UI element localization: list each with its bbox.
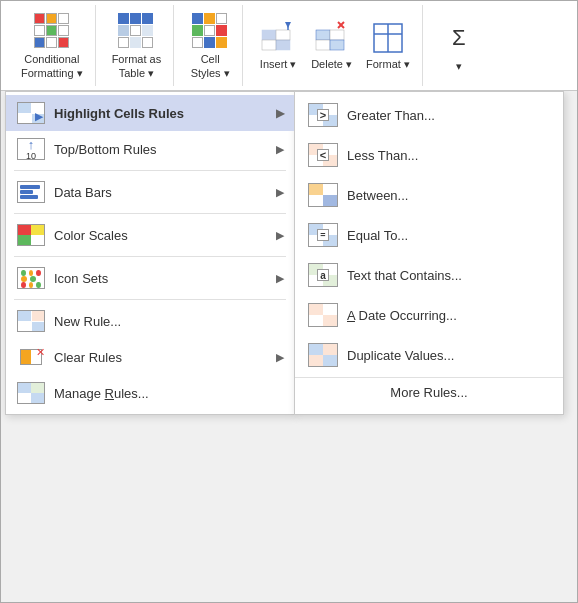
svg-rect-0 — [262, 30, 276, 40]
format-icon — [370, 20, 406, 56]
data-bars-arrow: ▶ — [276, 186, 284, 199]
svg-rect-3 — [276, 40, 290, 50]
greater-than-icon: > — [307, 102, 339, 128]
divider-3 — [14, 256, 286, 257]
format-label: Format ▾ — [366, 58, 410, 71]
color-scales-icon — [16, 223, 46, 247]
clear-rules-arrow: ▶ — [276, 351, 284, 364]
highlight-cells-arrow: ▶ — [276, 107, 284, 120]
sub-item-less-than[interactable]: < Less Than... — [295, 135, 563, 175]
cell-styles-button[interactable]: CellStyles ▾ — [184, 7, 236, 83]
insert-icon — [260, 20, 296, 56]
sub-item-equal-to[interactable]: = Equal To... — [295, 215, 563, 255]
menu-item-data-bars[interactable]: Data Bars ▶ — [6, 174, 294, 210]
sigma-label: ▾ — [456, 60, 462, 73]
icon-sets-label: Icon Sets — [54, 271, 268, 286]
equal-to-label: Equal To... — [347, 228, 408, 243]
menu-item-manage-rules[interactable]: Manage Rules... — [6, 375, 294, 411]
new-rule-icon — [16, 309, 46, 333]
color-scales-arrow: ▶ — [276, 229, 284, 242]
menu-item-clear-rules[interactable]: ✕ Clear Rules ▶ — [6, 339, 294, 375]
date-occurring-label: A Date Occurring... — [347, 308, 457, 323]
sub-item-text-contains[interactable]: a Text that Contains... — [295, 255, 563, 295]
top-bottom-rules-label: Top/Bottom Rules — [54, 142, 268, 157]
menu-item-new-rule[interactable]: New Rule... — [6, 303, 294, 339]
icon-sets-arrow: ▶ — [276, 272, 284, 285]
highlight-cells-rules-label: Highlight Cells Rules — [54, 106, 268, 121]
conditional-formatting-button[interactable]: ConditionalFormatting ▾ — [15, 7, 89, 83]
menu-item-top-bottom-rules[interactable]: ↑ 10 Top/Bottom Rules ▶ — [6, 131, 294, 167]
duplicate-values-label: Duplicate Values... — [347, 348, 454, 363]
top-bottom-arrow: ▶ — [276, 143, 284, 156]
manage-rules-label: Manage Rules... — [54, 386, 284, 401]
date-occurring-icon — [307, 302, 339, 328]
delete-icon — [314, 20, 350, 56]
greater-than-label: Greater Than... — [347, 108, 435, 123]
format-as-table-group: Format asTable ▾ — [100, 5, 175, 86]
more-rules-item[interactable]: More Rules... — [295, 377, 563, 407]
sigma-group: Σ ▾ — [427, 5, 491, 86]
right-menu: > Greater Than... < Less Than... — [294, 91, 564, 415]
top-bottom-icon: ↑ 10 — [16, 137, 46, 161]
menu-item-color-scales[interactable]: Color Scales ▶ — [6, 217, 294, 253]
more-rules-label: More Rules... — [390, 385, 467, 400]
insert-button[interactable]: Insert ▾ — [253, 16, 303, 75]
data-bars-icon — [16, 180, 46, 204]
menu-item-highlight-cells-rules[interactable]: ▶ Highlight Cells Rules ▶ — [6, 95, 294, 131]
sub-item-greater-than[interactable]: > Greater Than... — [295, 95, 563, 135]
divider-1 — [14, 170, 286, 171]
icon-sets-icon — [16, 266, 46, 290]
delete-button[interactable]: Delete ▾ — [305, 16, 358, 75]
svg-rect-9 — [330, 40, 344, 50]
sigma-button[interactable]: Σ ▾ — [433, 14, 485, 77]
cell-styles-group: CellStyles ▾ — [178, 5, 243, 86]
duplicate-values-icon — [307, 342, 339, 368]
between-icon — [307, 182, 339, 208]
ribbon-bar: ConditionalFormatting ▾ Format asTable ▾ — [1, 1, 577, 91]
left-menu: ▶ Highlight Cells Rules ▶ ↑ 10 Top/Botto… — [5, 91, 295, 415]
between-label: Between... — [347, 188, 408, 203]
svg-rect-7 — [316, 40, 330, 50]
sub-item-between[interactable]: Between... — [295, 175, 563, 215]
clear-rules-label: Clear Rules — [54, 350, 268, 365]
cell-styles-label: CellStyles ▾ — [191, 53, 230, 79]
manage-rules-icon — [16, 381, 46, 405]
color-scales-label: Color Scales — [54, 228, 268, 243]
svg-rect-1 — [262, 40, 276, 50]
cell-styles-icon — [190, 11, 230, 51]
new-rule-label: New Rule... — [54, 314, 284, 329]
insert-delete-format-group: Insert ▾ Delete ▾ — [247, 5, 423, 86]
less-than-icon: < — [307, 142, 339, 168]
format-button[interactable]: Format ▾ — [360, 16, 416, 75]
format-as-table-label: Format asTable ▾ — [112, 53, 162, 79]
insert-label: Insert ▾ — [260, 58, 297, 71]
sub-item-duplicate-values[interactable]: Duplicate Values... — [295, 335, 563, 375]
divider-2 — [14, 213, 286, 214]
svg-rect-2 — [276, 30, 290, 40]
delete-label: Delete ▾ — [311, 58, 352, 71]
text-contains-label: Text that Contains... — [347, 268, 462, 283]
menu-item-icon-sets[interactable]: Icon Sets ▶ — [6, 260, 294, 296]
data-bars-label: Data Bars — [54, 185, 268, 200]
format-as-table-button[interactable]: Format asTable ▾ — [106, 7, 168, 83]
conditional-formatting-label: ConditionalFormatting ▾ — [21, 53, 83, 79]
page-container: ConditionalFormatting ▾ Format asTable ▾ — [0, 0, 578, 603]
highlight-cells-icon: ▶ — [16, 101, 46, 125]
format-as-table-icon — [116, 11, 156, 51]
clear-rules-icon: ✕ — [16, 345, 46, 369]
equal-to-icon: = — [307, 222, 339, 248]
sigma-icon: Σ — [439, 18, 479, 58]
text-contains-icon: a — [307, 262, 339, 288]
conditional-formatting-group: ConditionalFormatting ▾ — [9, 5, 96, 86]
menus-row: ▶ Highlight Cells Rules ▶ ↑ 10 Top/Botto… — [5, 91, 564, 415]
less-than-label: Less Than... — [347, 148, 418, 163]
divider-4 — [14, 299, 286, 300]
svg-rect-6 — [316, 30, 330, 40]
conditional-formatting-icon — [32, 11, 72, 51]
sub-item-date-occurring[interactable]: A Date Occurring... — [295, 295, 563, 335]
svg-rect-8 — [330, 30, 344, 40]
